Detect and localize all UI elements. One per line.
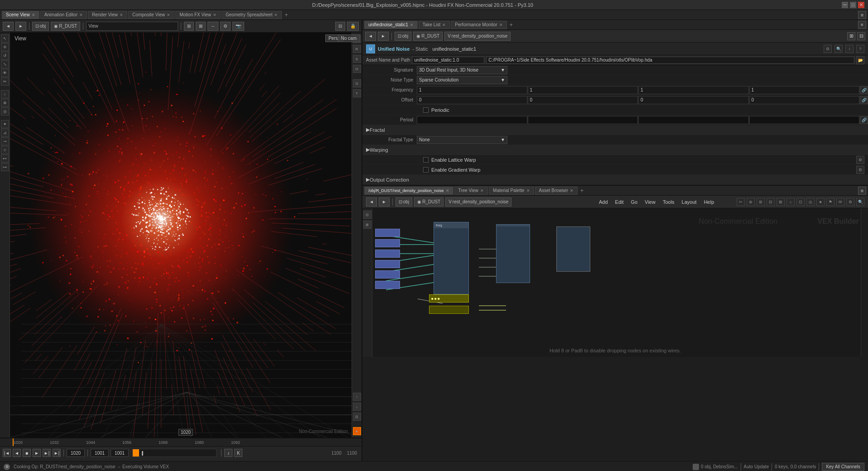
right-back-button[interactable]: ◄ (365, 32, 376, 41)
transform-tool[interactable]: ✛ (1, 43, 9, 51)
ng-zoom-fit-icon[interactable]: ⊡ (796, 198, 805, 206)
tab-scene-view[interactable]: Scene View ✕ (2, 11, 39, 19)
tab-tree-view[interactable]: Tree View ✕ (454, 187, 488, 195)
go-to-end-button[interactable]: ►| (53, 449, 61, 457)
ng-menu-help[interactable]: Help (701, 196, 717, 208)
go-to-start-button[interactable]: |◄ (3, 449, 11, 457)
scale-tool[interactable]: ⤡ (1, 60, 9, 68)
right-obj-button[interactable]: ⊡ obj (395, 32, 411, 41)
frequency-input-x[interactable] (417, 86, 527, 94)
noise-type-dropdown[interactable]: Sparse Convolution ▼ (417, 76, 507, 84)
signature-dropdown[interactable]: 3D Dual Rest Input, 3D Noise ▼ (417, 66, 507, 74)
tab-close-scene-view[interactable]: ✕ (32, 13, 35, 17)
template-icon[interactable]: T (353, 89, 361, 97)
tab-close-unifiednoise[interactable]: ✕ (410, 23, 414, 27)
offset-lock-icon[interactable]: 🔗 (860, 96, 868, 104)
new-tab-button[interactable]: + (283, 12, 289, 18)
ghost-icon[interactable]: G (353, 79, 361, 87)
viewport-lock-button[interactable]: 🔒 (347, 22, 359, 31)
viewport-cam-button[interactable]: No cam (338, 34, 360, 42)
ng-left-icon1[interactable]: ⊡ (363, 211, 371, 219)
right-panel-options[interactable]: ≡ (858, 21, 866, 29)
offset-input-z[interactable] (638, 96, 749, 104)
right-panel-icon1[interactable]: ⊞ (847, 32, 855, 40)
ng-menu-add[interactable]: Add (596, 196, 611, 208)
info-icon[interactable]: i (845, 45, 854, 53)
object-icon[interactable]: O (353, 65, 361, 73)
clip-tool[interactable]: ⊶ (1, 163, 9, 171)
tab-take-list[interactable]: Take List ✕ (419, 21, 450, 29)
tab-close-animation-editor[interactable]: ✕ (79, 13, 83, 17)
frame-range-end-input[interactable] (111, 449, 129, 457)
period-input-z[interactable] (638, 116, 749, 124)
ng-menu-tools[interactable]: Tools (660, 196, 677, 208)
warping-section-header[interactable]: ▶ Warping (362, 145, 868, 155)
ng-menu-layout[interactable]: Layout (679, 196, 699, 208)
timeline-scrubber[interactable] (132, 449, 217, 457)
right-network-button[interactable]: ◉ R_DUST (413, 32, 443, 41)
ng-far-right-node[interactable] (556, 226, 590, 272)
nav-back-button[interactable]: ◄ (3, 22, 14, 31)
tab-close-performance-monitor[interactable]: ✕ (499, 23, 503, 27)
tab-animation-editor[interactable]: Animation Editor ✕ (40, 11, 87, 19)
play-button[interactable]: ► (33, 449, 41, 457)
period-input-w[interactable] (749, 116, 860, 124)
frequency-input-y[interactable] (528, 86, 638, 94)
measure-button[interactable]: ↔ (207, 22, 218, 31)
tab-performance-monitor[interactable]: Performance Monitor ✕ (451, 21, 506, 29)
ng-node-input4[interactable] (375, 260, 400, 268)
ng-yellow-node1[interactable]: ■ ■ ■ (429, 294, 469, 303)
ng-node-input3[interactable] (375, 250, 400, 258)
rotate-tool[interactable]: ↺ (1, 52, 9, 60)
snap-button[interactable]: ⊠ (196, 22, 206, 31)
ng-new-tab-button[interactable]: + (579, 187, 585, 194)
fractal-section-header[interactable]: ▶ Fractal (362, 125, 868, 135)
timeline-ruler[interactable]: 1020 1032 1044 1056 1068 1080 1092 (0, 438, 362, 447)
node-graph-canvas[interactable]: ⊡ ⊞ (362, 208, 868, 357)
track-tool[interactable]: ⊕ (1, 99, 9, 107)
bone-tool[interactable]: ⊸ (1, 137, 9, 145)
ng-bookmark-icon[interactable]: ★ (816, 198, 825, 206)
window-controls[interactable]: ─ □ ✕ (842, 2, 864, 8)
play-realtime-button[interactable]: ►| (43, 449, 51, 457)
ng-panel-options[interactable]: ≡ (858, 187, 866, 195)
panel-options-button[interactable]: ≡ (858, 11, 866, 19)
right-node-button[interactable]: V rest_density_position_noise (444, 32, 511, 41)
ng-node-input5[interactable] (375, 270, 400, 279)
ng-center-node[interactable]: freq (434, 222, 469, 294)
ng-grid-icon[interactable]: ⊟ (767, 198, 775, 206)
ng-node-input1[interactable] (375, 229, 400, 237)
offset-input-x[interactable] (417, 96, 527, 104)
tab-geometry-spreadsheet[interactable]: Geometry Spreadsheet ✕ (222, 11, 282, 19)
offset-input-w[interactable] (749, 96, 860, 104)
ng-home-icon[interactable]: ⌂ (786, 198, 795, 206)
period-icon[interactable]: 🔗 (860, 116, 868, 124)
asset-path-browse-icon[interactable]: 📂 (856, 56, 864, 64)
viewport-layout-button[interactable]: ⊟ (335, 22, 345, 31)
tab-close-node-path[interactable]: ✕ (446, 188, 449, 193)
tab-close-render-view[interactable]: ✕ (120, 13, 123, 17)
frequency-input-w[interactable] (749, 86, 860, 94)
gradient-warp-settings-icon[interactable]: ⚙ (856, 166, 864, 174)
keys-button[interactable]: K (234, 449, 242, 457)
ng-node-input2[interactable] (375, 239, 400, 247)
pose-tool[interactable]: ✦ (1, 120, 9, 128)
tab-close-take-list[interactable]: ✕ (442, 23, 446, 27)
periodic-checkbox[interactable] (423, 107, 429, 113)
key-all-channels-button[interactable]: Key All Channels (822, 463, 864, 471)
tab-node-path[interactable]: /obj/R_DUST/rest_density_position_noise … (364, 187, 453, 195)
gear-icon[interactable]: ⚙ (824, 45, 832, 53)
period-input-y[interactable] (528, 116, 638, 124)
view-tool[interactable]: 👁 (1, 69, 9, 77)
search-icon[interactable]: 🔍 (834, 45, 843, 53)
ng-menu-view[interactable]: View (642, 196, 658, 208)
camera-nav-3[interactable]: ⊡ (353, 413, 361, 421)
close-button[interactable]: ✕ (858, 2, 864, 8)
fractal-type-dropdown[interactable]: None ▼ (417, 136, 507, 144)
audio-button[interactable]: ♪ (224, 449, 232, 457)
ng-left-icon2[interactable]: ⊞ (363, 221, 371, 229)
tab-close-composite-view[interactable]: ✕ (167, 13, 170, 17)
handle-tool[interactable]: ⊿ (1, 129, 9, 137)
right-forward-button[interactable]: ► (378, 32, 389, 41)
tab-material-palette[interactable]: Material Palette ✕ (489, 187, 534, 195)
